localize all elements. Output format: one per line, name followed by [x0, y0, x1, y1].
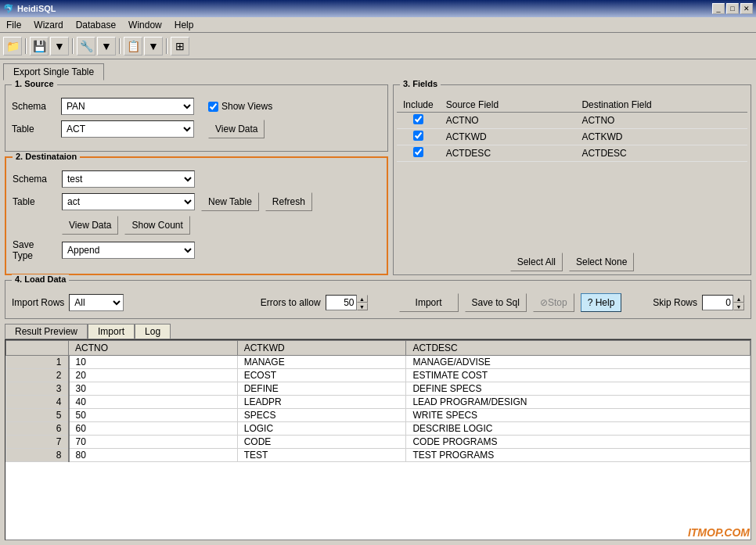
toolbar-btn-1[interactable]: 📁 [3, 37, 22, 56]
menu-wizard[interactable]: Wizard [27, 18, 69, 32]
result-cell-actkwd: DEFINE [237, 382, 406, 396]
toolbar-sep-4 [166, 38, 167, 54]
source-schema-select[interactable]: PAN [61, 98, 194, 115]
result-row: 8 80 TEST TEST PROGRAMS [6, 449, 751, 462]
fields-include-cell[interactable] [397, 145, 440, 162]
show-count-button[interactable]: Show Count [124, 216, 189, 235]
fields-row: ACTKWD ACTKWD [397, 129, 747, 145]
toolbar-btn-4[interactable]: 🔧 [77, 37, 95, 56]
destination-schema-select[interactable]: test [62, 170, 195, 188]
result-cell-actkwd: MANAGE [237, 356, 406, 369]
fields-source-cell: ACTDESC [440, 145, 576, 162]
maximize-button[interactable]: □ [726, 3, 739, 14]
new-table-button[interactable]: New Table [201, 192, 259, 211]
errors-to-allow-label: Errors to allow [261, 297, 321, 308]
result-cell-num: 5 [6, 409, 69, 422]
fields-source-cell: ACTNO [440, 113, 576, 129]
select-none-button[interactable]: Select None [569, 253, 634, 271]
result-row: 4 40 LEADPR LEAD PROGRAM/DESIGN [6, 396, 751, 409]
select-all-button[interactable]: Select All [510, 253, 563, 271]
fields-source-cell: ACTKWD [440, 129, 576, 145]
import-button[interactable]: Import [399, 293, 459, 312]
result-cell-actno: 20 [69, 369, 238, 382]
result-table: ACTNO ACTKWD ACTDESC 1 10 MANAGE MANAGE/… [5, 340, 751, 462]
toolbar-btn-7[interactable]: ▼ [144, 37, 163, 56]
destination-panel: 2. Destinataion Schema test Table act Ne… [5, 156, 388, 275]
result-cell-actdesc: MANAGE/ADVISE [406, 356, 751, 369]
import-rows-select[interactable]: All [69, 294, 124, 311]
menu-bar: File Wizard Database Window Help [0, 17, 756, 33]
main-tab-bar: Export Single Table [0, 59, 756, 80]
result-cell-num: 3 [6, 382, 69, 396]
result-cell-actkwd: TEST [237, 449, 406, 462]
stop-button[interactable]: ⊘ Stop [533, 293, 574, 312]
show-views-checkbox[interactable] [208, 102, 218, 112]
toolbar-btn-6[interactable]: 📋 [124, 37, 142, 56]
fields-include-checkbox[interactable] [413, 114, 423, 124]
fields-row: ACTDESC ACTDESC [397, 145, 747, 162]
save-type-label: Save Type [13, 239, 56, 261]
menu-database[interactable]: Database [70, 18, 122, 32]
save-to-sql-button[interactable]: Save to Sql [465, 293, 527, 312]
source-table-select[interactable]: ACT [61, 120, 194, 138]
result-cell-num: 8 [6, 449, 69, 462]
result-row: 7 70 CODE CODE PROGRAMS [6, 436, 751, 449]
fields-include-cell[interactable] [397, 113, 440, 129]
skip-down-button[interactable]: ▼ [733, 303, 744, 310]
destination-view-data-button[interactable]: View Data [62, 216, 118, 235]
bottom-tab-bar: Result Preview Import Log [5, 324, 751, 339]
destination-table-select[interactable]: act [62, 193, 195, 210]
fields-include-checkbox[interactable] [413, 147, 423, 157]
result-cell-num: 1 [6, 356, 69, 369]
toolbar-sep-2 [72, 38, 74, 54]
toolbar-btn-2[interactable]: 💾 [30, 37, 49, 56]
fields-include-checkbox[interactable] [413, 131, 423, 141]
result-cell-actkwd: LOGIC [237, 422, 406, 436]
skip-up-button[interactable]: ▲ [733, 295, 744, 303]
fields-table: Include Source Field Destination Field A… [397, 98, 747, 162]
menu-help[interactable]: Help [168, 18, 200, 32]
minimize-button[interactable]: _ [712, 3, 725, 14]
watermark: ITMOP.COM [688, 526, 750, 539]
tab-import[interactable]: Import [88, 324, 135, 339]
result-cell-num: 6 [6, 422, 69, 436]
source-label: 1. Source [12, 80, 57, 88]
import-rows-label: Import Rows [12, 297, 64, 308]
save-type-select[interactable]: Append [62, 242, 195, 259]
result-cell-actkwd: ECOST [237, 369, 406, 382]
refresh-button[interactable]: Refresh [265, 192, 312, 211]
menu-window[interactable]: Window [122, 18, 168, 32]
fields-dest-cell: ACTKWD [575, 129, 747, 145]
result-col-rownum [6, 341, 69, 356]
toolbar-btn-5[interactable]: ▼ [97, 37, 116, 56]
load-data-panel: 4. Load Data Import Rows All Errors to a… [5, 280, 751, 319]
table-label-source: Table [12, 124, 55, 134]
destination-label: 2. Destinataion [13, 152, 80, 161]
menu-file[interactable]: File [0, 18, 27, 32]
result-cell-actdesc: CODE PROGRAMS [406, 436, 751, 449]
result-cell-actdesc: DEFINE SPECS [406, 382, 751, 396]
result-table-area: ACTNO ACTKWD ACTDESC 1 10 MANAGE MANAGE/… [5, 339, 751, 540]
result-col-actkwd: ACTKWD [237, 341, 406, 356]
tab-result-preview[interactable]: Result Preview [5, 324, 88, 339]
toolbar-sep-3 [119, 38, 121, 54]
result-cell-num: 4 [6, 396, 69, 409]
errors-down-button[interactable]: ▼ [357, 303, 368, 310]
errors-up-button[interactable]: ▲ [357, 295, 368, 303]
fields-include-cell[interactable] [397, 129, 440, 145]
fields-row: ACTNO ACTNO [397, 113, 747, 129]
toolbar-btn-3[interactable]: ▼ [50, 37, 69, 56]
result-cell-num: 7 [6, 436, 69, 449]
help-button[interactable]: ? Help [581, 293, 622, 312]
toolbar-btn-8[interactable]: ⊞ [171, 37, 189, 56]
errors-to-allow-input[interactable] [326, 295, 357, 310]
close-button[interactable]: ✕ [740, 3, 753, 14]
skip-rows-input[interactable] [702, 295, 733, 310]
tab-export-single-table[interactable]: Export Single Table [3, 63, 104, 81]
fields-label: 3. Fields [400, 80, 441, 88]
source-view-data-button[interactable]: View Data [208, 120, 265, 138]
tab-log[interactable]: Log [135, 324, 171, 339]
result-cell-num: 2 [6, 369, 69, 382]
result-cell-actdesc: TEST PROGRAMS [406, 449, 751, 462]
toolbar-sep-1 [25, 38, 27, 54]
